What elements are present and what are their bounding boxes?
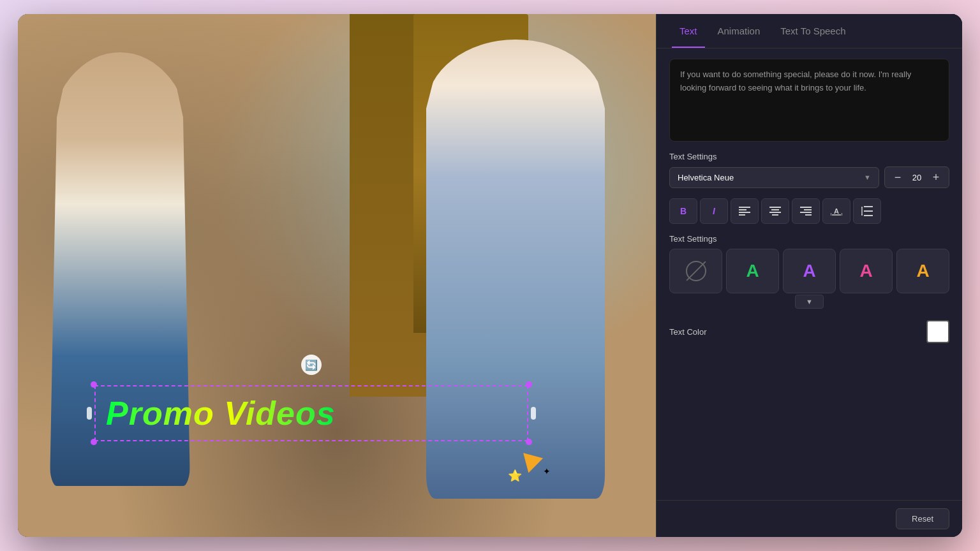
text-settings-section-2: Text Settings A A A bbox=[669, 234, 949, 310]
font-selector[interactable]: Helvetica Neue ▼ bbox=[669, 167, 879, 188]
more-styles-button[interactable]: ▼ bbox=[795, 295, 824, 309]
right-panel: Text Animation Text To Speech If you wan… bbox=[656, 14, 962, 537]
tabs-container: Text Animation Text To Speech bbox=[657, 14, 962, 48]
purple-style-button[interactable]: A bbox=[783, 249, 836, 293]
green-a-label: A bbox=[746, 261, 759, 281]
orange-style-button[interactable]: A bbox=[896, 249, 949, 293]
chevron-down-icon: ▼ bbox=[864, 173, 871, 181]
svg-rect-2 bbox=[739, 212, 750, 213]
handle-right[interactable] bbox=[531, 407, 536, 420]
orange-a-label: A bbox=[916, 261, 929, 281]
increase-size-button[interactable]: + bbox=[928, 170, 944, 185]
svg-rect-10 bbox=[800, 212, 812, 213]
line-height-button[interactable] bbox=[853, 198, 881, 224]
svg-rect-17 bbox=[864, 210, 873, 212]
text-color-label: Text Color bbox=[669, 327, 707, 337]
align-center-button[interactable] bbox=[761, 198, 789, 224]
panel-footer: Reset bbox=[657, 500, 962, 537]
promo-text: Promo Videos bbox=[106, 395, 336, 432]
align-left-button[interactable] bbox=[731, 198, 759, 224]
svg-rect-3 bbox=[739, 214, 745, 216]
tab-text-to-speech[interactable]: Text To Speech bbox=[773, 14, 853, 48]
svg-rect-0 bbox=[739, 207, 750, 208]
font-size-control: − 20 + bbox=[884, 166, 949, 188]
text-color-swatch[interactable] bbox=[926, 320, 949, 343]
main-container: 🔄 Promo Videos ⭐ ✦ Text Animation Text T… bbox=[18, 14, 962, 537]
pink-style-button[interactable]: A bbox=[840, 249, 893, 293]
text-color-row: Text Color bbox=[669, 320, 949, 343]
text-settings-section-1: Text Settings Helvetica Neue ▼ − 20 + bbox=[669, 152, 949, 188]
svg-rect-5 bbox=[771, 209, 779, 210]
purple-a-label: A bbox=[803, 261, 815, 281]
dropdown-row: ▼ bbox=[669, 293, 949, 310]
canvas-text-element[interactable]: 🔄 Promo Videos bbox=[94, 385, 528, 441]
reset-button[interactable]: Reset bbox=[896, 508, 949, 529]
color-styles-row: A A A A bbox=[669, 249, 949, 293]
svg-rect-16 bbox=[864, 206, 873, 207]
tab-text[interactable]: Text bbox=[672, 14, 705, 48]
no-style-button[interactable] bbox=[669, 249, 722, 293]
rotate-handle[interactable]: 🔄 bbox=[301, 355, 322, 375]
corner-handle-bl[interactable] bbox=[91, 439, 97, 445]
font-row: Helvetica Neue ▼ − 20 + bbox=[669, 166, 949, 188]
chevron-down-more-icon: ▼ bbox=[806, 298, 813, 305]
decrease-size-button[interactable]: − bbox=[890, 170, 905, 185]
no-style-icon bbox=[686, 261, 706, 281]
canvas-image: 🔄 Promo Videos ⭐ ✦ bbox=[18, 14, 656, 537]
format-buttons-row: B I A bbox=[669, 198, 949, 224]
bold-button[interactable]: B bbox=[669, 198, 697, 224]
tab-animation[interactable]: Animation bbox=[710, 14, 768, 48]
italic-button[interactable]: I bbox=[700, 198, 728, 224]
panel-content: If you want to do something special, ple… bbox=[657, 48, 962, 500]
align-right-button[interactable] bbox=[792, 198, 820, 224]
svg-rect-9 bbox=[804, 209, 812, 210]
svg-rect-7 bbox=[772, 214, 778, 216]
svg-rect-6 bbox=[769, 212, 781, 213]
pink-a-label: A bbox=[859, 261, 872, 281]
section-label-1: Text Settings bbox=[669, 152, 949, 161]
letter-spacing-button[interactable]: A bbox=[822, 198, 850, 224]
handle-left[interactable] bbox=[87, 407, 92, 420]
svg-rect-18 bbox=[864, 215, 873, 216]
star-decoration-2: ✦ bbox=[543, 466, 551, 476]
svg-rect-1 bbox=[739, 209, 746, 210]
section-label-2: Text Settings bbox=[669, 234, 949, 244]
green-style-button[interactable]: A bbox=[726, 249, 779, 293]
svg-rect-11 bbox=[805, 214, 812, 216]
font-size-value: 20 bbox=[909, 173, 924, 182]
star-decoration-1: ⭐ bbox=[508, 469, 522, 483]
canvas-area[interactable]: 🔄 Promo Videos ⭐ ✦ bbox=[18, 14, 656, 537]
svg-text:A: A bbox=[834, 207, 839, 215]
svg-rect-8 bbox=[800, 207, 812, 208]
svg-rect-4 bbox=[769, 207, 781, 208]
corner-handle-tr[interactable] bbox=[526, 381, 532, 388]
text-input-area[interactable]: If you want to do something special, ple… bbox=[669, 59, 949, 142]
font-name: Helvetica Neue bbox=[678, 173, 734, 182]
